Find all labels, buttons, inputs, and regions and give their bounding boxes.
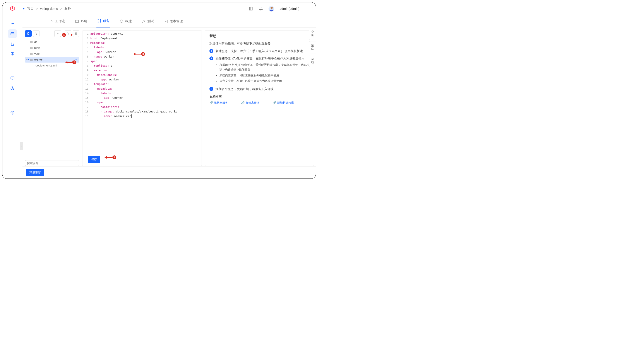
app-logo[interactable]: [3, 2, 23, 15]
rail-settings[interactable]: [8, 108, 17, 117]
edit-icon[interactable]: ✎: [75, 58, 78, 61]
cube-face-icon: ◫: [30, 46, 33, 50]
step-badge: 1: [209, 49, 213, 53]
code-line[interactable]: matchLabels:: [90, 72, 199, 77]
doc-link-stateful[interactable]: 🔗有状态服务: [241, 101, 260, 105]
tab-test[interactable]: 测试: [141, 15, 155, 28]
code-line[interactable]: app: worker: [90, 77, 199, 82]
yaml-editor-panel: 12345678910111213141516171819 apiVersion…: [82, 30, 202, 166]
right-tab-help[interactable]: 帮助: [309, 55, 316, 67]
code-line[interactable]: labels:: [90, 91, 199, 96]
search-input[interactable]: [27, 162, 76, 165]
code-line[interactable]: metadata:: [90, 40, 199, 45]
service-icon: [97, 19, 101, 23]
workflow-icon: [50, 20, 54, 23]
breadcrumb-section[interactable]: 服务: [64, 6, 71, 11]
code-line[interactable]: spec:: [90, 100, 199, 104]
username[interactable]: admin(admin): [279, 7, 299, 10]
code-line[interactable]: name: worker: [90, 54, 199, 59]
service-item-label: redis: [34, 46, 40, 50]
rail-metrics[interactable]: [8, 20, 17, 28]
link-icon: 🔗: [209, 101, 213, 104]
version-icon: [164, 20, 168, 23]
tab-workflow-label: 工作流: [55, 19, 65, 23]
env-update-button[interactable]: 环境更新: [26, 169, 44, 176]
right-tab-policy[interactable]: 策略: [309, 41, 316, 54]
rail-flask[interactable]: [8, 40, 17, 48]
service-item-vote[interactable]: ◫ vote: [25, 51, 79, 57]
tab-workflow[interactable]: 工作流: [49, 15, 66, 28]
help-step-3: 3 添加多个服务，更新环境，将服务加入环境: [209, 86, 309, 92]
svg-rect-0: [50, 20, 51, 21]
doc-link-stateless[interactable]: 🔗无状态服务: [209, 101, 228, 105]
cube-face-icon: ◫: [30, 40, 33, 44]
code-line[interactable]: metadata:: [90, 86, 199, 91]
code-line[interactable]: - image: dockersamples/examplevotingapp_…: [90, 109, 199, 114]
svg-rect-13: [75, 33, 77, 34]
svg-point-6: [100, 22, 101, 22]
code-line[interactable]: template:: [90, 82, 199, 86]
code-line[interactable]: app: worker: [90, 96, 199, 100]
code-line[interactable]: kind: Deployment: [90, 36, 199, 40]
more-icon[interactable]: ⋮: [305, 6, 311, 11]
code-line[interactable]: spec:: [90, 59, 199, 64]
rail-cube[interactable]: [8, 50, 17, 58]
service-item-db[interactable]: ◫ db: [25, 39, 79, 45]
search-services[interactable]: ⌕: [25, 160, 79, 166]
code-line[interactable]: selector:: [90, 68, 199, 72]
avatar[interactable]: [268, 6, 274, 12]
service-item-redis[interactable]: ◫ redis: [25, 45, 79, 51]
svg-point-3: [98, 20, 98, 20]
search-icon: ⌕: [76, 161, 77, 165]
tab-version[interactable]: 版本管理: [163, 15, 184, 28]
step-badge: 3: [209, 87, 213, 91]
service-item-label: vote: [34, 52, 40, 55]
right-tab-var[interactable]: 变量: [309, 28, 316, 40]
service-item-worker[interactable]: ▾ ◫ worker ✎: [25, 57, 79, 62]
tab-env[interactable]: 环境: [74, 15, 88, 28]
tab-build-label: 构建: [125, 19, 132, 23]
tab-service-label: 服务: [103, 19, 110, 23]
rail-project[interactable]: [8, 30, 17, 38]
template-button[interactable]: [73, 30, 79, 37]
build-icon: [120, 20, 124, 23]
docs-icon[interactable]: [248, 6, 253, 11]
breadcrumb-dropdown-icon[interactable]: ▼: [23, 7, 25, 10]
rail-monitor[interactable]: [8, 74, 17, 82]
bell-icon[interactable]: [258, 6, 263, 11]
breadcrumb-root[interactable]: 项目: [27, 6, 34, 11]
breadcrumb-project[interactable]: voting-demo: [40, 7, 58, 10]
services-panel: ⇅ ＋ ◫ db ◫ redis ◫ vote: [25, 30, 79, 166]
svg-rect-2: [76, 20, 79, 22]
rail-pie[interactable]: [8, 84, 17, 93]
service-tree: ◫ db ◫ redis ◫ vote ▾ ◫ worker ✎: [25, 39, 79, 158]
bottom-bar: 环境更新: [23, 166, 316, 178]
env-icon: [75, 20, 79, 23]
code-line[interactable]: apiVersion: apps/v1: [90, 32, 199, 36]
doc-link-build[interactable]: 🔗新增构建步骤: [273, 101, 294, 105]
add-service-button[interactable]: ＋: [54, 30, 61, 37]
workspace: ⇅ ＋ ◫ db ◫ redis ◫ vote: [23, 28, 316, 166]
help-panel: 帮助 欢迎使用帮助指南。可参考以下步骤配置服务 1 新建服务，支持三种方式：手工…: [205, 30, 314, 166]
code-line[interactable]: labels:: [90, 45, 199, 50]
step-text: 添加多个服务，更新环境，将服务加入环境: [215, 86, 309, 92]
sync-button[interactable]: [65, 30, 71, 37]
svg-point-4: [100, 20, 101, 20]
tab-env-label: 环境: [81, 19, 87, 23]
code-line[interactable]: name: worker-e2e: [90, 114, 199, 118]
clipboard-button[interactable]: [25, 30, 32, 37]
code-line[interactable]: replicas: 1: [90, 64, 199, 68]
code-line[interactable]: app: worker: [90, 50, 199, 54]
tab-build[interactable]: 构建: [119, 15, 133, 28]
service-item-label: worker: [34, 58, 43, 61]
code-line[interactable]: containers:: [90, 104, 199, 109]
service-file-deployment[interactable]: deployment.yaml: [25, 62, 79, 68]
tab-service[interactable]: 服务: [96, 15, 110, 28]
code-editor[interactable]: 12345678910111213141516171819 apiVersion…: [83, 30, 202, 153]
save-button[interactable]: 保存: [88, 156, 100, 163]
cube-face-icon: ◫: [30, 52, 33, 55]
top-header: ▼ 项目 > voting-demo > 服务 admin(admin) ⋮: [3, 2, 316, 15]
sort-button[interactable]: ⇅: [33, 30, 40, 37]
sub-item: 自定义变量：在运行环境中会被作为环境变量使用: [219, 79, 309, 84]
link-icon: 🔗: [241, 101, 244, 104]
